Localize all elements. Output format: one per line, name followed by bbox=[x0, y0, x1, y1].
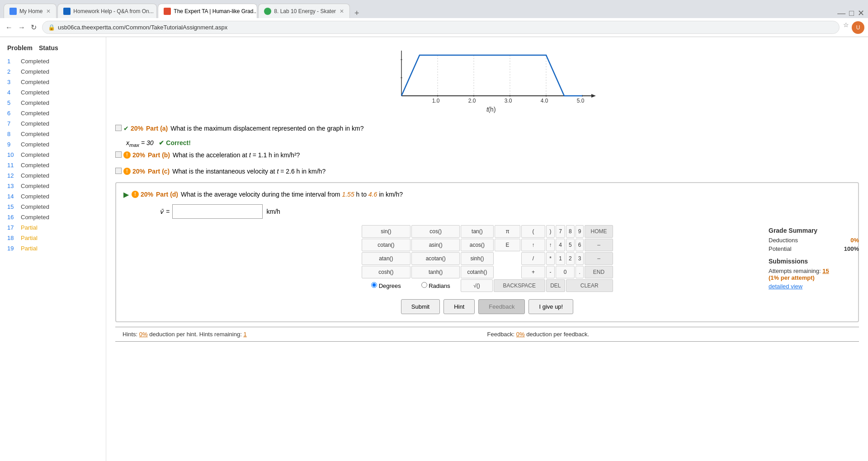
sidebar-row[interactable]: 11Completed bbox=[0, 160, 106, 170]
calc-plus[interactable]: + bbox=[521, 266, 545, 278]
tab-myhome[interactable]: My Home ✕ bbox=[4, 4, 57, 18]
row-number: 1 bbox=[7, 58, 21, 65]
calc-subtract[interactable]: - bbox=[546, 266, 555, 278]
sidebar-row[interactable]: 2Completed bbox=[0, 66, 106, 77]
sidebar-row[interactable]: 4Completed bbox=[0, 87, 106, 98]
calc-minus2[interactable]: – bbox=[585, 252, 613, 265]
calc-open-paren[interactable]: ( bbox=[521, 225, 545, 238]
sidebar-row[interactable]: 6Completed bbox=[0, 108, 106, 118]
sidebar-row[interactable]: 1Completed bbox=[0, 56, 106, 66]
calc-5[interactable]: 5 bbox=[566, 239, 575, 251]
sidebar-row[interactable]: 3Completed bbox=[0, 77, 106, 87]
calc-close-paren[interactable]: ) bbox=[546, 225, 555, 238]
hint-button[interactable]: Hint bbox=[443, 299, 475, 314]
sidebar-row[interactable]: 18Partial bbox=[0, 233, 106, 243]
calc-tan[interactable]: tan() bbox=[461, 225, 494, 238]
row-number: 13 bbox=[7, 183, 21, 189]
degrees-label[interactable]: Degrees bbox=[371, 282, 401, 289]
row-number: 14 bbox=[7, 193, 21, 200]
calc-9[interactable]: 9 bbox=[576, 225, 584, 238]
tab-skater[interactable]: 8. Lab 10 Energy - Skater ✕ bbox=[258, 4, 350, 18]
degrees-radio[interactable] bbox=[371, 282, 377, 288]
bookmark-icon[interactable]: ☆ bbox=[843, 21, 849, 34]
tab-close-myhome[interactable]: ✕ bbox=[46, 8, 51, 14]
new-tab-button[interactable]: + bbox=[351, 9, 363, 18]
calc-sin[interactable]: sin() bbox=[362, 225, 411, 238]
sidebar-row[interactable]: 8Completed bbox=[0, 129, 106, 139]
calc-tanh[interactable]: tanh() bbox=[411, 266, 460, 278]
calc-del[interactable]: DEL bbox=[546, 279, 565, 292]
calc-dot[interactable]: . bbox=[576, 266, 584, 278]
calc-backspace[interactable]: BACKSPACE bbox=[494, 279, 545, 292]
calc-1[interactable]: 1 bbox=[556, 252, 565, 265]
calc-8[interactable]: 8 bbox=[566, 225, 575, 238]
calc-clear[interactable]: CLEAR bbox=[566, 279, 613, 292]
calc-4[interactable]: 4 bbox=[556, 239, 565, 251]
give-up-button[interactable]: I give up! bbox=[528, 299, 573, 314]
part-c-row: ! 20% Part (c) What is the instantaneous… bbox=[115, 166, 859, 177]
active-arrow-icon: ▶ bbox=[123, 190, 129, 199]
reload-button[interactable]: ↻ bbox=[29, 21, 38, 33]
sidebar-row[interactable]: 10Completed bbox=[0, 150, 106, 160]
calc-cosh[interactable]: cosh() bbox=[362, 266, 411, 278]
calc-0[interactable]: 0 bbox=[556, 266, 574, 278]
radians-radio[interactable] bbox=[421, 282, 427, 288]
sidebar-row[interactable]: 19Partial bbox=[0, 243, 106, 254]
maximize-button[interactable]: □ bbox=[849, 9, 854, 18]
calc-e[interactable]: E bbox=[495, 239, 520, 251]
calc-cotanh[interactable]: cotanh() bbox=[461, 266, 494, 278]
url-bar[interactable]: 🔒 usb06ca.theexpertta.com/Common/TakeTut… bbox=[42, 21, 840, 34]
feedback-button[interactable]: Feedback bbox=[478, 299, 525, 314]
calc-minus1[interactable]: – bbox=[585, 239, 613, 251]
hints-remaining-link[interactable]: 1 bbox=[243, 331, 246, 338]
calc-divide[interactable]: / bbox=[521, 252, 545, 265]
row-number: 18 bbox=[7, 235, 21, 241]
detailed-view-link[interactable]: detailed view bbox=[769, 283, 859, 290]
calc-3[interactable]: 3 bbox=[576, 252, 584, 265]
sidebar-row[interactable]: 13Completed bbox=[0, 181, 106, 191]
calc-cos[interactable]: cos() bbox=[411, 225, 460, 238]
calc-sinh[interactable]: sinh() bbox=[461, 252, 494, 265]
tab-close-skater[interactable]: ✕ bbox=[340, 8, 344, 14]
attempts-value[interactable]: 15 bbox=[822, 268, 829, 274]
calc-2[interactable]: 2 bbox=[566, 252, 575, 265]
hints-deduction-link[interactable]: 0% bbox=[139, 331, 148, 338]
calc-up1[interactable]: ↑ bbox=[521, 239, 545, 251]
calc-6[interactable]: 6 bbox=[576, 239, 584, 251]
sidebar-row[interactable]: 15Completed bbox=[0, 202, 106, 212]
sidebar-row[interactable]: 17Partial bbox=[0, 222, 106, 233]
calc-home[interactable]: HOME bbox=[585, 225, 613, 238]
url-text: usb06ca.theexpertta.com/Common/TakeTutor… bbox=[58, 24, 834, 31]
velocity-input[interactable] bbox=[172, 204, 263, 219]
part-d-t1: 1.55 bbox=[342, 191, 354, 198]
sidebar-row[interactable]: 7Completed bbox=[0, 118, 106, 129]
submit-button[interactable]: Submit bbox=[401, 299, 440, 314]
minimize-button[interactable]: ― bbox=[837, 9, 845, 18]
back-button[interactable]: ← bbox=[4, 21, 14, 33]
calc-7[interactable]: 7 bbox=[556, 225, 565, 238]
part-d-question: What is the average velocity during the … bbox=[181, 191, 403, 198]
sidebar-row[interactable]: 16Completed bbox=[0, 212, 106, 222]
tab-expertta[interactable]: The Expert TA | Human-like Grad... ✕ bbox=[158, 4, 257, 18]
calc-sqrt[interactable]: √() bbox=[461, 279, 493, 292]
profile-icon[interactable]: U bbox=[852, 21, 864, 34]
calc-up2[interactable]: ↑ bbox=[546, 239, 555, 251]
calc-multiply[interactable]: * bbox=[546, 252, 555, 265]
calc-atan[interactable]: atan() bbox=[362, 252, 411, 265]
sidebar-row[interactable]: 12Completed bbox=[0, 170, 106, 181]
calc-pi[interactable]: π bbox=[495, 225, 520, 238]
close-button[interactable]: ✕ bbox=[858, 8, 864, 18]
sidebar-row[interactable]: 9Completed bbox=[0, 139, 106, 150]
forward-button[interactable]: → bbox=[16, 21, 27, 33]
row-status: Completed bbox=[21, 79, 99, 85]
tab-homework[interactable]: Homework Help - Q&A from On... ✕ bbox=[57, 4, 157, 18]
calc-end[interactable]: END bbox=[585, 266, 613, 278]
sidebar-row[interactable]: 5Completed bbox=[0, 98, 106, 108]
feedback-deduction-link[interactable]: 0% bbox=[516, 331, 525, 338]
calc-cotan[interactable]: cotan() bbox=[362, 239, 411, 251]
sidebar-row[interactable]: 14Completed bbox=[0, 191, 106, 202]
calc-acos[interactable]: acos() bbox=[461, 239, 494, 251]
calc-acotan[interactable]: acotan() bbox=[411, 252, 460, 265]
calc-asin[interactable]: asin() bbox=[411, 239, 460, 251]
radians-label[interactable]: Radians bbox=[421, 282, 450, 289]
